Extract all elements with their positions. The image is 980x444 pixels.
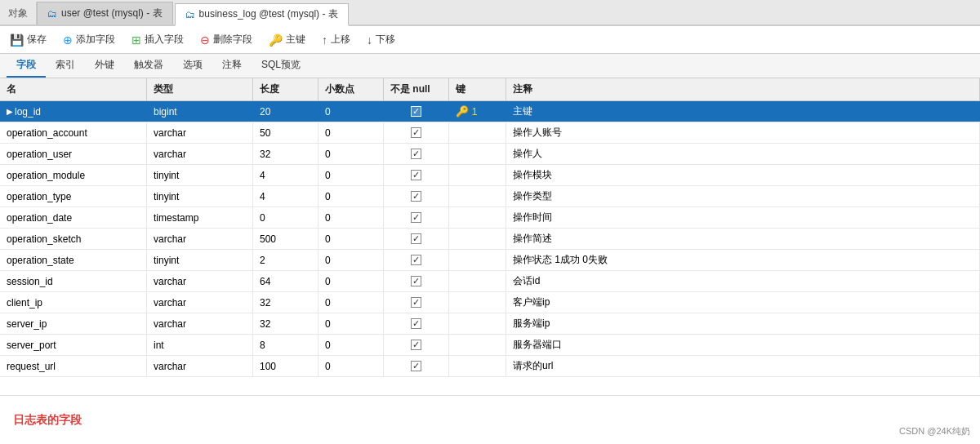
cell-name: operation_user	[0, 144, 147, 164]
cell-name: operation_module	[0, 165, 147, 185]
cell-notnull[interactable]	[384, 101, 449, 122]
cell-comment: 操作简述	[506, 229, 980, 249]
cell-key	[449, 356, 506, 376]
cell-notnull[interactable]	[384, 335, 449, 355]
notnull-checkbox[interactable]	[411, 106, 421, 117]
sub-tab-注释[interactable]: 注释	[212, 54, 252, 78]
col-decimal: 小数点	[318, 78, 384, 100]
table-row[interactable]: operation_uservarchar320操作人	[0, 144, 980, 165]
notnull-checkbox[interactable]	[411, 361, 421, 371]
notnull-checkbox[interactable]	[411, 127, 421, 138]
tab-icon: 🗂	[47, 8, 57, 20]
table-row[interactable]: operation_moduletinyint40操作模块	[0, 165, 980, 186]
table-row[interactable]: operation_datetimestamp00操作时间	[0, 207, 980, 229]
move-up-button[interactable]: ↑ 上移	[318, 31, 354, 48]
cell-key	[449, 122, 506, 143]
cell-notnull[interactable]	[384, 144, 449, 164]
cell-key	[449, 229, 506, 249]
save-icon: 💾	[10, 33, 24, 47]
cell-length: 20	[253, 101, 318, 122]
table-row[interactable]: ▶log_idbigint200🔑 1主键	[0, 101, 980, 122]
add-field-button[interactable]: ⊕ 添加字段	[60, 31, 118, 48]
cell-type: varchar	[147, 144, 253, 164]
notnull-checkbox[interactable]	[411, 276, 421, 286]
toolbar: 💾 保存 ⊕ 添加字段 ⊞ 插入字段 ⊖ 删除字段 🔑 主键 ↑ 上移 ↓ 下移	[0, 26, 980, 54]
add-field-icon: ⊕	[63, 33, 73, 47]
cell-key: 🔑 1	[449, 101, 506, 122]
business-tab[interactable]: 🗂business_log @test (mysql) - 表	[175, 3, 349, 26]
cell-decimal: 0	[318, 356, 384, 376]
cell-notnull[interactable]	[384, 292, 449, 313]
save-button[interactable]: 💾 保存	[7, 31, 50, 48]
notnull-checkbox[interactable]	[411, 212, 421, 223]
primary-key-button[interactable]: 🔑 主键	[265, 31, 309, 48]
notnull-checkbox[interactable]	[411, 191, 421, 202]
cell-notnull[interactable]	[384, 313, 449, 334]
sub-tab-索引[interactable]: 索引	[46, 54, 85, 78]
cell-length: 4	[253, 186, 318, 206]
sub-tab-SQL预览[interactable]: SQL预览	[252, 54, 310, 78]
table-container: 名 类型 长度 小数点 不是 null 键 注释 ▶log_idbigint20…	[0, 78, 980, 395]
notnull-checkbox[interactable]	[411, 233, 421, 244]
sub-tab-选项[interactable]: 选项	[173, 54, 212, 78]
cell-name: operation_account	[0, 122, 147, 143]
delete-field-button[interactable]: ⊖ 删除字段	[197, 31, 256, 48]
sub-tabs: 字段索引外键触发器选项注释SQL预览	[0, 54, 980, 78]
sub-tab-字段[interactable]: 字段	[7, 54, 46, 78]
cell-key	[449, 335, 506, 355]
cell-notnull[interactable]	[384, 250, 449, 270]
table-row[interactable]: session_idvarchar640会话id	[0, 271, 980, 292]
sub-tab-外键[interactable]: 外键	[85, 54, 124, 78]
row-arrow-icon: ▶	[7, 107, 13, 116]
cell-comment: 操作时间	[506, 207, 980, 228]
table-row[interactable]: server_portint80服务器端口	[0, 335, 980, 356]
notnull-checkbox[interactable]	[411, 255, 421, 265]
cell-length: 64	[253, 271, 318, 291]
insert-field-button[interactable]: ⊞ 插入字段	[128, 31, 187, 48]
cell-notnull[interactable]	[384, 356, 449, 376]
cell-comment: 服务端ip	[506, 313, 980, 334]
cell-type: varchar	[147, 356, 253, 376]
col-comment: 注释	[506, 78, 980, 100]
cell-name: session_id	[0, 271, 147, 291]
notnull-checkbox[interactable]	[411, 149, 421, 159]
cell-name: operation_date	[0, 207, 147, 228]
cell-notnull[interactable]	[384, 122, 449, 143]
move-down-button[interactable]: ↓ 下移	[363, 31, 399, 48]
cell-notnull[interactable]	[384, 165, 449, 185]
table-row[interactable]: operation_statetinyint20操作状态 1成功 0失败	[0, 250, 980, 271]
cell-type: tinyint	[147, 186, 253, 206]
cell-notnull[interactable]	[384, 207, 449, 228]
cell-notnull[interactable]	[384, 271, 449, 291]
table-row[interactable]: operation_sketchvarchar5000操作简述	[0, 229, 980, 250]
cell-type: int	[147, 335, 253, 355]
table-row[interactable]: operation_accountvarchar500操作人账号	[0, 122, 980, 144]
notnull-checkbox[interactable]	[411, 297, 421, 308]
sub-tab-触发器[interactable]: 触发器	[124, 54, 173, 78]
table-row[interactable]: client_ipvarchar320客户端ip	[0, 292, 980, 313]
cell-length: 100	[253, 356, 318, 376]
cell-decimal: 0	[318, 250, 384, 270]
cell-comment: 主键	[506, 101, 980, 122]
notnull-checkbox[interactable]	[411, 340, 421, 350]
cell-comment: 操作人账号	[506, 122, 980, 143]
primary-key-label: 主键	[286, 33, 305, 47]
cell-length: 32	[253, 144, 318, 164]
cell-key	[449, 250, 506, 270]
cell-notnull[interactable]	[384, 186, 449, 206]
table-row[interactable]: operation_typetinyint40操作类型	[0, 186, 980, 207]
move-up-icon: ↑	[322, 33, 327, 47]
table-row[interactable]: request_urlvarchar1000请求的url	[0, 356, 980, 377]
cell-length: 2	[253, 250, 318, 270]
cell-type: tinyint	[147, 250, 253, 270]
notnull-checkbox[interactable]	[411, 318, 421, 329]
cell-key	[449, 313, 506, 334]
cell-notnull[interactable]	[384, 229, 449, 249]
move-up-label: 上移	[331, 33, 350, 47]
tab-label: user @test (mysql) - 表	[61, 7, 163, 20]
footer: 日志表的字段	[0, 395, 980, 444]
col-type: 类型	[147, 78, 253, 100]
user-tab[interactable]: 🗂user @test (mysql) - 表	[37, 2, 173, 24]
table-row[interactable]: server_ipvarchar320服务端ip	[0, 313, 980, 335]
notnull-checkbox[interactable]	[411, 170, 421, 180]
